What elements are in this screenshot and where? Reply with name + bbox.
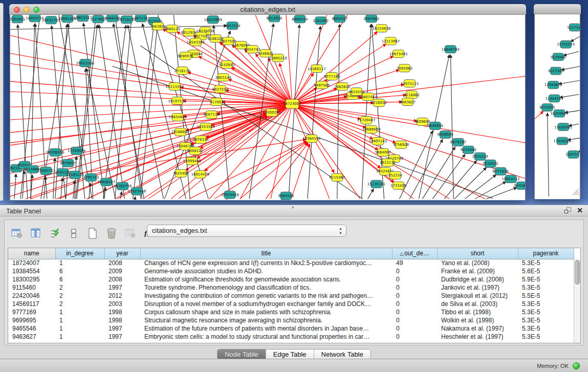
table-cell[interactable]: 0 xyxy=(392,308,437,316)
table-cell[interactable]: 5.3E-5 xyxy=(518,259,574,267)
select-all-check-icon[interactable] xyxy=(48,226,62,240)
table-cell[interactable]: 49 xyxy=(392,259,437,267)
table-cell[interactable]: 5.6E-5 xyxy=(518,267,574,275)
table-cell[interactable]: Yano et al. (2008) xyxy=(437,259,518,267)
edge-black[interactable] xyxy=(571,36,580,41)
graph-node[interactable]: 16154838 xyxy=(373,25,390,32)
window-titlebar[interactable]: citations_edges.txt xyxy=(9,4,526,15)
graph-node[interactable]: 252254 xyxy=(388,171,402,179)
table-cell[interactable]: 2 xyxy=(55,300,104,308)
table-cell[interactable]: Investigating the contribution of common… xyxy=(140,292,392,300)
graph-node[interactable]: 7485063 xyxy=(397,64,412,72)
edge-black[interactable] xyxy=(475,182,506,199)
table-cell[interactable]: 6 xyxy=(55,275,104,283)
edge-red[interactable] xyxy=(10,81,292,104)
table-cell[interactable]: 1997 xyxy=(104,324,140,333)
edge-red[interactable] xyxy=(266,143,308,199)
table-row[interactable]: 1456911722003Disruption of a novel membe… xyxy=(8,300,574,308)
table-cell[interactable]: 2 xyxy=(55,292,104,300)
background-window-titlebar[interactable] xyxy=(534,4,581,14)
edge-red[interactable] xyxy=(286,15,292,104)
table-cell[interactable]: Corpus callosum shape and size in male p… xyxy=(140,308,392,316)
edge-black[interactable] xyxy=(140,15,158,199)
table-cell[interactable]: Changes of HCN gene expression and I(f) … xyxy=(140,259,392,267)
table-cell[interactable]: 14569117 xyxy=(8,300,55,308)
table-selector-dropdown[interactable]: citations_edges.txt ▲▼ xyxy=(147,225,346,237)
table-cell[interactable]: 5.3E-5 xyxy=(518,283,574,292)
table-scrollbar[interactable] xyxy=(574,259,580,343)
table-cell[interactable]: Franke et al. (2009) xyxy=(437,267,518,275)
table-cell[interactable]: Disruption of a novel member of a sodium… xyxy=(140,300,392,308)
float-panel-icon[interactable] xyxy=(564,207,572,214)
graph-node[interactable]: 14099489 xyxy=(183,157,201,165)
edge-black[interactable] xyxy=(362,24,371,199)
table-cell[interactable]: Embryonic stem cells: a model to study s… xyxy=(140,333,392,341)
edge-black[interactable] xyxy=(422,147,455,199)
table-cell[interactable]: 5.3E-5 xyxy=(518,316,574,324)
scrollbar-thumb[interactable] xyxy=(575,260,580,285)
graph-node[interactable]: 1615132 xyxy=(380,159,396,166)
table-cell[interactable]: 0 xyxy=(392,333,437,341)
graph-node[interactable]: 9474444 xyxy=(461,146,477,154)
graph-node[interactable]: 2305051 xyxy=(10,15,25,23)
graph-node[interactable]: 10025458 xyxy=(221,191,238,199)
graph-node[interactable]: 9890976 xyxy=(178,52,193,60)
edge-red[interactable] xyxy=(10,114,266,168)
table-cell[interactable]: 5.3E-5 xyxy=(518,308,574,316)
graph-node[interactable]: 5878334 xyxy=(193,136,209,143)
table-cell[interactable]: 0 xyxy=(392,324,437,333)
background-network-window[interactable]: 1117542157510749529966922734312093872124… xyxy=(534,4,581,200)
graph-node[interactable]: 20531703 xyxy=(42,16,60,24)
table-cell[interactable]: 5.3E-5 xyxy=(518,300,574,308)
column-header-pagerank[interactable]: pagerank xyxy=(518,248,574,259)
table-cell[interactable]: 1 xyxy=(55,316,104,324)
edge-black[interactable] xyxy=(128,25,164,199)
close-panel-icon[interactable]: ✕ xyxy=(577,207,583,214)
table-cell[interactable]: 1 xyxy=(55,333,104,341)
table-cell[interactable]: 2009 xyxy=(104,267,140,275)
table-cell[interactable]: de Silva et al. (2003) xyxy=(437,300,518,308)
graph-node[interactable]: 9465546 xyxy=(278,192,294,200)
edge-red[interactable] xyxy=(10,104,292,186)
graph-node[interactable]: 16648784 xyxy=(442,46,460,53)
table-cell[interactable]: 1997 xyxy=(104,283,140,292)
graph-node[interactable]: 18107534 xyxy=(168,97,187,105)
table-cell[interactable]: 0 xyxy=(392,283,437,292)
edge-black[interactable] xyxy=(548,113,549,196)
graph-node[interactable]: 8813054 xyxy=(266,15,282,22)
table-cell[interactable]: 0 xyxy=(392,267,437,275)
edge-black[interactable] xyxy=(61,178,62,199)
graph-node[interactable]: 9884067 xyxy=(375,148,391,156)
table-cell[interactable]: 19384554 xyxy=(8,267,55,275)
table-row[interactable]: 946362711997Embryonic stem cells: a mode… xyxy=(8,333,574,341)
table-cell[interactable]: 22420046 xyxy=(8,292,55,300)
graph-node[interactable]: 2935114 xyxy=(472,152,489,160)
graph-node[interactable]: 9777169 xyxy=(324,73,340,80)
edge-black[interactable] xyxy=(83,23,104,199)
delete-table-icon[interactable] xyxy=(104,226,119,240)
background-network-canvas[interactable]: 1117542157510749529966922734312093872124… xyxy=(534,14,580,199)
table-row[interactable]: 1938455462009Genome-wide association stu… xyxy=(8,267,574,275)
graph-node[interactable]: 16033809 xyxy=(204,16,222,24)
resize-grip-icon[interactable] xyxy=(578,194,579,195)
table-row[interactable]: 969969511998Structural magnetic resonanc… xyxy=(8,316,574,324)
table-cell[interactable]: 2003 xyxy=(104,300,140,308)
new-table-icon[interactable] xyxy=(85,226,100,240)
edge-black[interactable] xyxy=(53,158,55,199)
graph-node[interactable]: 9227343 xyxy=(548,67,563,75)
table-cell[interactable]: Jankovic et al. (1997) xyxy=(437,283,518,292)
graph-node[interactable]: 1117542 xyxy=(567,24,580,31)
column-header-in_degree[interactable]: in_degree xyxy=(55,248,104,259)
column-header-name[interactable]: name xyxy=(8,248,55,259)
network-view-window[interactable]: citations_edges.txt 23050511405572420531… xyxy=(9,4,526,201)
edge-black[interactable] xyxy=(409,139,443,199)
graph-node[interactable]: 8460154 xyxy=(292,15,308,23)
table-cell[interactable]: Structural magnetic resonance image aver… xyxy=(140,316,392,324)
rows-panel-icon[interactable] xyxy=(67,226,81,240)
table-cell[interactable]: 2 xyxy=(55,283,104,292)
table-cell[interactable]: Estimation of the future numbers of pati… xyxy=(140,324,392,333)
table-cell[interactable]: 0 xyxy=(392,316,437,324)
table-row[interactable]: 946554611997Estimation of the future num… xyxy=(8,324,574,333)
table-cell[interactable]: 9777169 xyxy=(8,308,55,316)
table-cell[interactable]: Wolkin et al. (1998) xyxy=(437,316,518,324)
